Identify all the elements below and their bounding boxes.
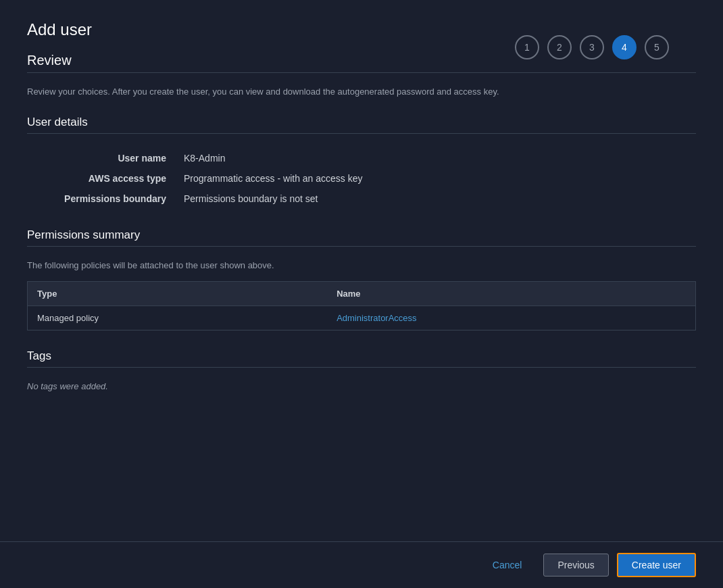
table-row: Managed policy AdministratorAccess <box>28 306 696 330</box>
permissions-summary-section: Permissions summary The following polici… <box>27 228 696 330</box>
policy-type: Managed policy <box>28 306 328 330</box>
previous-button[interactable]: Previous <box>543 554 608 577</box>
cancel-button[interactable]: Cancel <box>479 554 536 576</box>
permissions-summary-subtitle: The following policies will be attached … <box>27 260 696 270</box>
footer: Cancel Previous Create user <box>0 541 723 588</box>
create-user-button[interactable]: Create user <box>617 553 696 577</box>
field-value-username: K8-Admin <box>178 149 695 168</box>
steps-container: 1 2 3 4 5 <box>515 35 669 59</box>
user-details-table: User name K8-Admin AWS access type Progr… <box>27 147 696 210</box>
step-5: 5 <box>645 35 669 59</box>
field-value-permissions-boundary: Permissions boundary is not set <box>178 189 695 208</box>
user-details-divider <box>27 133 696 134</box>
policy-name: AdministratorAccess <box>327 306 695 330</box>
permissions-summary-divider <box>27 246 696 247</box>
field-label-username: User name <box>28 149 177 168</box>
step-4-active: 4 <box>612 35 637 59</box>
step-1: 1 <box>515 35 539 59</box>
table-row: AWS access type Programmatic access - wi… <box>28 169 695 188</box>
permissions-table-header-row: Type Name <box>28 282 696 306</box>
step-3: 3 <box>580 35 604 59</box>
review-divider <box>27 72 696 73</box>
tags-empty-message: No tags were added. <box>27 381 696 391</box>
policy-name-link[interactable]: AdministratorAccess <box>336 313 416 323</box>
field-label-permissions-boundary: Permissions boundary <box>28 189 177 208</box>
field-value-access-type: Programmatic access - with an access key <box>178 169 695 188</box>
table-row: User name K8-Admin <box>28 149 695 168</box>
user-details-section: User details User name K8-Admin AWS acce… <box>27 116 696 210</box>
field-label-access-type: AWS access type <box>28 169 177 188</box>
tags-section: Tags No tags were added. <box>27 349 696 391</box>
permissions-summary-title: Permissions summary <box>27 228 696 242</box>
permissions-table: Type Name Managed policy AdministratorAc… <box>27 281 696 330</box>
step-2: 2 <box>547 35 572 59</box>
review-subtitle: Review your choices. After you create th… <box>27 87 696 97</box>
col-type: Type <box>28 282 328 306</box>
table-row: Permissions boundary Permissions boundar… <box>28 189 695 208</box>
tags-title: Tags <box>27 349 696 363</box>
tags-divider <box>27 367 696 368</box>
col-name: Name <box>327 282 695 306</box>
page-title: Add user <box>27 20 92 39</box>
user-details-title: User details <box>27 116 696 129</box>
